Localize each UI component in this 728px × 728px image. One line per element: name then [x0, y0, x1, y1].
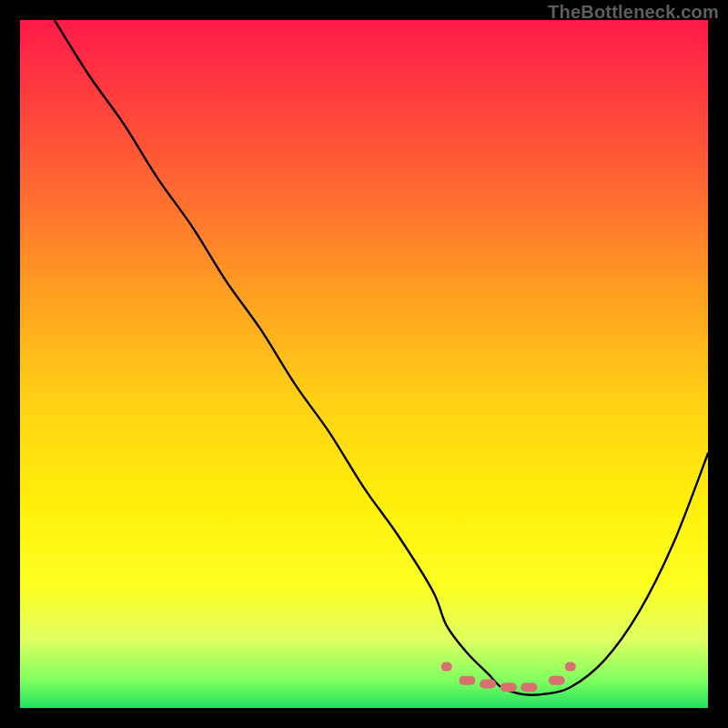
plot-area: [20, 20, 708, 708]
optimal-marker: [459, 676, 475, 685]
optimal-marker: [521, 682, 537, 692]
optimal-marker: [565, 662, 576, 672]
optimal-marker: [500, 682, 517, 692]
optimal-marker: [480, 680, 496, 689]
optimal-marker: [549, 676, 565, 685]
optimal-range-markers: [441, 662, 576, 693]
bottleneck-curve: [55, 20, 708, 695]
optimal-marker: [441, 662, 452, 672]
watermark-text: TheBottleneck.com: [548, 2, 719, 23]
chart-container: TheBottleneck.com: [0, 0, 728, 728]
curve-svg: [20, 20, 708, 708]
